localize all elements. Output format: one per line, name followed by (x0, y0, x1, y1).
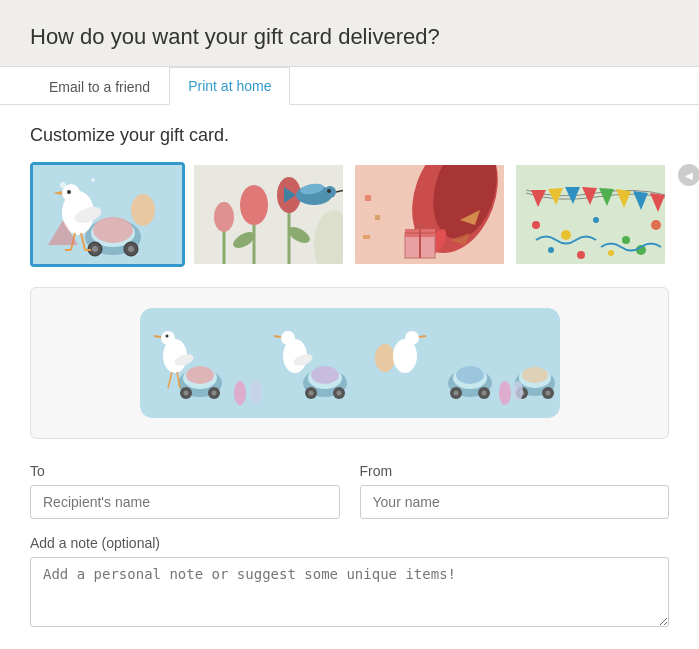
page-wrapper: How do you want your gift card delivered… (0, 0, 699, 649)
svg-point-91 (336, 391, 341, 396)
card-thumb-4[interactable] (513, 162, 668, 267)
svg-point-28 (214, 202, 234, 232)
svg-point-77 (161, 331, 175, 345)
svg-point-113 (545, 391, 550, 396)
svg-point-59 (532, 221, 540, 229)
preview-canvas (140, 308, 560, 418)
svg-point-98 (405, 331, 419, 345)
svg-point-102 (456, 366, 484, 384)
svg-point-89 (308, 391, 313, 396)
to-label: To (30, 463, 340, 479)
svg-point-62 (622, 236, 630, 244)
svg-point-61 (593, 217, 599, 223)
svg-point-14 (67, 190, 71, 194)
card-thumbnails-row: ◀ ▶ (30, 162, 669, 267)
section-title: Customize your gift card. (30, 125, 669, 146)
svg-point-60 (561, 230, 571, 240)
svg-line-99 (419, 336, 426, 337)
note-field-group: Add a note (optional) (30, 535, 669, 631)
svg-point-114 (499, 381, 511, 405)
svg-point-96 (375, 344, 395, 372)
svg-point-12 (62, 184, 80, 202)
from-field-group: From (360, 463, 670, 519)
svg-rect-68 (140, 308, 560, 418)
svg-point-71 (186, 366, 214, 384)
from-input[interactable] (360, 485, 670, 519)
svg-point-2 (91, 178, 95, 182)
card-thumb-2[interactable] (191, 162, 346, 267)
svg-rect-46 (375, 215, 380, 220)
svg-point-104 (453, 391, 458, 396)
page-title: How do you want your gift card delivered… (30, 24, 669, 50)
nav-arrows: ◀ ▶ (678, 162, 699, 186)
note-label: Add a note (optional) (30, 535, 669, 551)
to-field-group: To (30, 463, 340, 519)
svg-point-64 (548, 247, 554, 253)
card-thumb-3[interactable] (352, 162, 507, 267)
prev-arrow[interactable]: ◀ (678, 164, 699, 186)
from-label: From (360, 463, 670, 479)
svg-point-65 (577, 251, 585, 259)
tabs-bar: Email to a friend Print at home (0, 66, 699, 105)
to-from-row: To From (30, 463, 669, 519)
svg-line-94 (274, 336, 281, 337)
tab-email[interactable]: Email to a friend (30, 68, 169, 105)
svg-point-9 (93, 217, 133, 243)
svg-point-79 (165, 335, 168, 338)
svg-point-83 (234, 381, 246, 405)
svg-point-115 (513, 381, 523, 401)
svg-point-84 (250, 381, 262, 405)
preview-card (30, 287, 669, 439)
header: How do you want your gift card delivered… (0, 0, 699, 66)
svg-point-26 (240, 185, 268, 225)
main-content: Customize your gift card. (0, 105, 699, 649)
tab-print[interactable]: Print at home (169, 67, 290, 105)
svg-point-20 (131, 194, 155, 226)
svg-point-93 (281, 331, 295, 345)
svg-point-109 (522, 367, 548, 383)
svg-point-8 (128, 246, 134, 252)
svg-point-75 (211, 391, 216, 396)
svg-line-78 (154, 336, 161, 337)
svg-point-87 (311, 366, 339, 384)
svg-point-36 (327, 189, 331, 193)
svg-point-63 (651, 220, 661, 230)
thumbnails-container (30, 162, 668, 267)
svg-rect-47 (363, 235, 370, 239)
svg-point-66 (608, 250, 614, 256)
card-thumb-1[interactable] (30, 162, 185, 267)
svg-point-6 (92, 246, 98, 252)
note-textarea[interactable] (30, 557, 669, 627)
svg-rect-45 (365, 195, 371, 201)
svg-point-73 (183, 391, 188, 396)
to-input[interactable] (30, 485, 340, 519)
svg-point-106 (481, 391, 486, 396)
